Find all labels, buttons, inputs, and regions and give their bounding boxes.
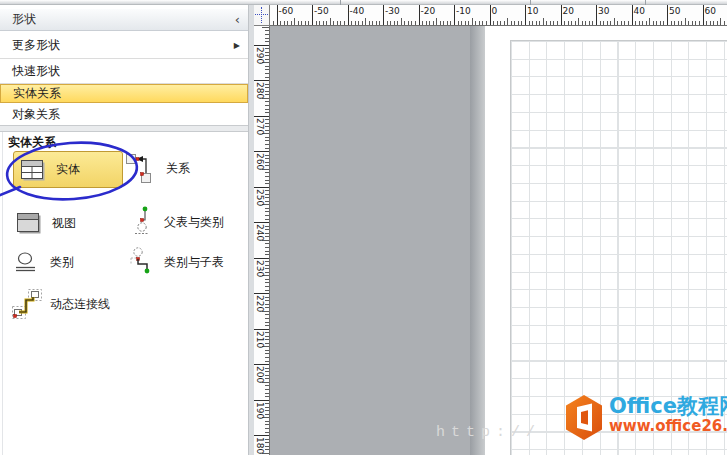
panel-collapse-icon[interactable]: ‹ [235, 13, 240, 26]
shape-item-label: 类别与子表 [164, 254, 224, 271]
ruler-tick [312, 5, 313, 25]
nav-item-object-relationship[interactable]: 对象关系 [0, 103, 248, 126]
ruler-tick [265, 307, 269, 308]
ruler-tick [695, 21, 696, 25]
shape-item-relationship[interactable]: 关系 [124, 150, 190, 186]
ruler-tick [265, 300, 269, 301]
ruler-tick [383, 5, 384, 25]
ruler-tick [585, 21, 586, 25]
ruler-tick [518, 21, 519, 25]
ruler-tick [316, 21, 317, 25]
ruler-tick [443, 21, 444, 25]
ruler-tick [265, 414, 269, 415]
ruler-tick [511, 21, 512, 25]
ruler-tick [265, 194, 269, 195]
ruler-tick [404, 21, 405, 25]
h-ruler-label: 50 [669, 6, 680, 16]
ruler-tick [330, 18, 331, 25]
ruler-tick [340, 21, 341, 25]
v-ruler-label: 180 [255, 437, 265, 454]
ruler-tick [265, 361, 269, 362]
vertical-ruler[interactable]: 290280270260250240230220210200190180 [254, 26, 270, 455]
ruler-tick [575, 21, 576, 25]
ruler-tick [706, 21, 707, 25]
h-ruler-label: 40 [634, 6, 645, 16]
shape-item-category-with-child[interactable]: 类别与子表 [128, 245, 224, 279]
h-ruler-label: 60 [705, 6, 716, 16]
ruler-tick [621, 21, 622, 25]
ruler-tick [265, 251, 269, 252]
ruler-tick [265, 66, 269, 67]
ruler-tick [426, 21, 427, 25]
ruler-tick [365, 18, 366, 25]
ruler-tick [265, 140, 269, 141]
ruler-tick [507, 18, 508, 25]
shape-item-category[interactable]: 类别 [14, 251, 74, 274]
crosshair-icon [255, 14, 268, 15]
ruler-tick [265, 165, 269, 166]
ruler-tick [265, 432, 269, 433]
drawing-canvas[interactable] [270, 26, 727, 455]
ruler-tick [265, 162, 269, 163]
nav-item-more-shapes[interactable]: 更多形状 ▶ [0, 33, 248, 59]
ruler-tick [265, 439, 269, 440]
nav-item-label: 更多形状 [12, 37, 60, 54]
v-ruler-label: 240 [255, 224, 265, 241]
ruler-tick [639, 21, 640, 25]
ruler-tick [265, 119, 269, 120]
view-table-icon [16, 211, 42, 235]
ruler-tick [265, 389, 269, 390]
ruler-tick [265, 403, 269, 404]
ruler-tick [265, 375, 269, 376]
ruler-tick [265, 144, 269, 145]
ruler-tick [571, 21, 572, 25]
nav-item-quick-shapes[interactable]: 快速形状 [0, 60, 248, 84]
ruler-tick [265, 353, 269, 354]
ruler-tick [362, 21, 363, 25]
shape-item-entity[interactable]: 实体 [13, 151, 123, 188]
ruler-tick [671, 21, 672, 25]
ruler-tick [254, 45, 269, 46]
ruler-tick [265, 109, 269, 110]
ruler-tick [323, 21, 324, 25]
page-grid [510, 40, 727, 455]
ruler-tick [660, 21, 661, 25]
ruler-tick [265, 94, 269, 95]
v-ruler-label: 230 [255, 260, 265, 277]
shape-item-dynamic-connector[interactable]: 动态连接线 [12, 288, 110, 321]
ruler-tick [472, 18, 473, 25]
nav-item-label: 快速形状 [12, 63, 60, 80]
ruler-tick [265, 197, 269, 198]
ruler-tick [265, 87, 269, 88]
ruler-tick [358, 21, 359, 25]
ruler-tick [603, 21, 604, 25]
shape-item-parent-with-category[interactable]: 父表与类别 [132, 205, 224, 239]
ruler-corner-box[interactable] [254, 5, 270, 26]
ruler-tick [529, 21, 530, 25]
ruler-tick [482, 21, 483, 25]
ruler-tick [376, 21, 377, 25]
ruler-tick [468, 21, 469, 25]
ruler-tick [387, 21, 388, 25]
ruler-tick [265, 272, 269, 273]
ruler-tick [486, 21, 487, 25]
stencil-splitter[interactable] [0, 125, 248, 132]
ruler-tick [265, 211, 269, 212]
shape-item-view[interactable]: 视图 [16, 211, 76, 235]
ruler-tick [681, 21, 682, 25]
nav-item-entity-relationship[interactable]: 实体关系 [0, 84, 248, 103]
ruler-tick [415, 21, 416, 25]
entity-table-icon [20, 158, 46, 182]
ruler-tick [521, 21, 522, 25]
ruler-tick [379, 21, 380, 25]
drawing-page[interactable] [485, 26, 727, 455]
h-ruler-label: 0 [492, 6, 498, 16]
ruler-tick [656, 21, 657, 25]
ruler-tick [265, 368, 269, 369]
ruler-tick [614, 18, 615, 25]
ruler-tick [265, 41, 269, 42]
ruler-tick [539, 21, 540, 25]
h-ruler-label: -20 [421, 6, 436, 16]
horizontal-ruler[interactable]: -60-50-40-30-20-100102030405060 [270, 5, 727, 26]
ruler-tick [433, 21, 434, 25]
